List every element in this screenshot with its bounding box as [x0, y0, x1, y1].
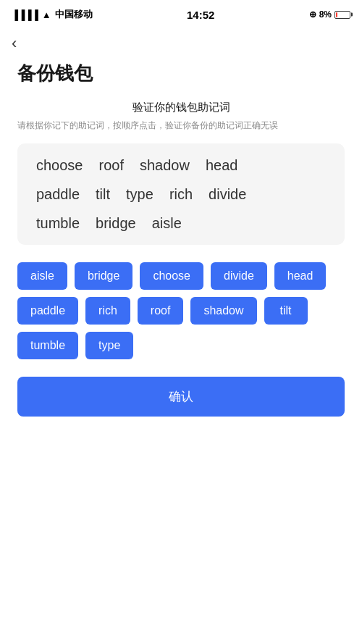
chip-paddle[interactable]: paddle — [17, 297, 78, 325]
word-row-2: paddle tilt type rich divide — [32, 185, 330, 203]
battery-icon — [334, 11, 350, 19]
chip-bridge[interactable]: bridge — [75, 262, 132, 290]
display-word-roof: roof — [95, 157, 128, 174]
chip-type[interactable]: type — [85, 332, 133, 359]
page-title-area: 备份钱包 — [0, 55, 362, 86]
chip-roof[interactable]: roof — [138, 297, 184, 325]
chip-aisle[interactable]: aisle — [17, 262, 67, 290]
status-time: 14:52 — [187, 9, 214, 21]
display-word-type: type — [122, 186, 158, 203]
display-word-rich: rich — [165, 186, 197, 203]
section-desc: 请根据你记下的助记词，按顺序点击，验证你备份的助记词正确无误 — [17, 119, 345, 132]
battery-percent: 8% — [319, 9, 332, 20]
chip-tumble[interactable]: tumble — [17, 332, 78, 359]
word-chips-area: aislebridgechoosedivideheadpaddlerichroo… — [17, 262, 345, 359]
section-title: 验证你的钱包助记词 — [17, 101, 345, 114]
display-word-choose: choose — [32, 157, 88, 174]
wifi-icon: ▲ — [42, 9, 51, 20]
display-word-shadow: shadow — [135, 157, 194, 174]
page-title: 备份钱包 — [17, 61, 345, 86]
status-battery-area: ⊕ 8% — [309, 9, 350, 20]
display-word-aisle: aisle — [148, 215, 186, 232]
display-word-tilt: tilt — [91, 186, 114, 203]
register-icon: ⊕ — [309, 9, 316, 20]
chip-divide[interactable]: divide — [211, 262, 267, 290]
back-button[interactable]: ‹ — [12, 32, 35, 55]
word-display-box: choose roof shadow head paddle tilt type… — [17, 143, 345, 245]
confirm-button[interactable]: 确认 — [17, 377, 345, 417]
chip-rich[interactable]: rich — [85, 297, 130, 325]
display-word-head: head — [201, 157, 243, 174]
status-carrier: ▐▐▐▐ ▲ 中国移动 — [12, 8, 93, 21]
carrier-name: 中国移动 — [55, 8, 93, 21]
signal-icon: ▐▐▐▐ — [12, 9, 38, 20]
display-word-tumble: tumble — [32, 215, 84, 232]
word-row-3: tumble bridge aisle — [32, 214, 330, 232]
nav-bar: ‹ — [0, 26, 362, 55]
display-word-bridge: bridge — [91, 215, 140, 232]
chip-head[interactable]: head — [274, 262, 327, 290]
word-row-1: choose roof shadow head — [32, 156, 330, 174]
chip-tilt[interactable]: tilt — [264, 297, 308, 325]
status-bar: ▐▐▐▐ ▲ 中国移动 14:52 ⊕ 8% — [0, 0, 362, 26]
display-word-paddle: paddle — [32, 186, 84, 203]
display-word-divide: divide — [204, 186, 251, 203]
main-content: 验证你的钱包助记词 请根据你记下的助记词，按顺序点击，验证你备份的助记词正确无误… — [0, 86, 362, 417]
chip-choose[interactable]: choose — [140, 262, 203, 290]
chip-shadow[interactable]: shadow — [190, 297, 256, 325]
